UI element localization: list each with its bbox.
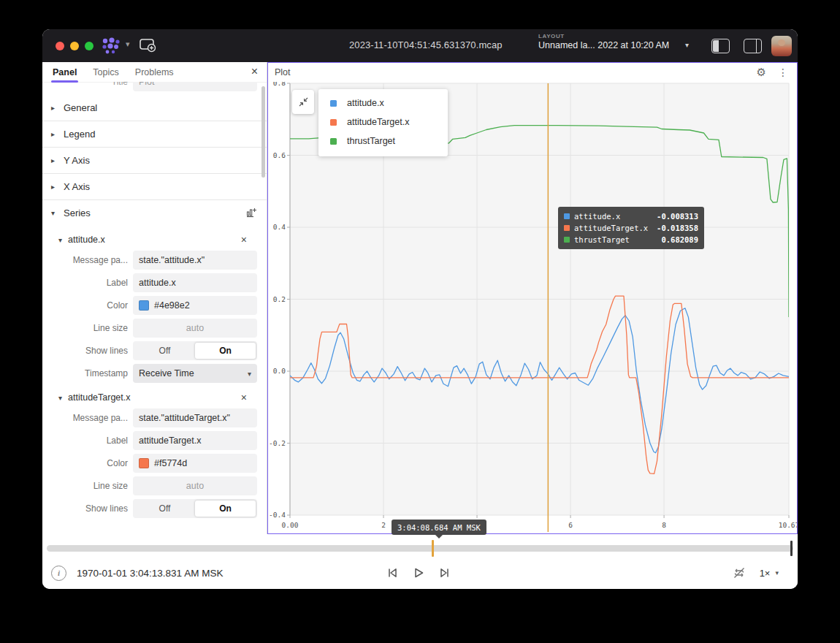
show-lines-toggle: Off On bbox=[133, 341, 257, 360]
label-row: Label attitude.x bbox=[42, 273, 257, 292]
caret-down-icon: ▾ bbox=[58, 394, 62, 402]
caret-down-icon: ▾ bbox=[51, 209, 57, 217]
add-series-icon[interactable] bbox=[245, 207, 257, 221]
screen: ▾ 2023-11-10T04:51:45.631370.mcap LAYOUT… bbox=[0, 0, 840, 643]
playhead-handle[interactable] bbox=[790, 541, 793, 556]
section-general[interactable]: ▸ General bbox=[42, 95, 267, 121]
title-field-input[interactable]: Plot bbox=[133, 82, 257, 91]
add-panel-icon[interactable] bbox=[139, 38, 156, 56]
layout-selector[interactable]: LAYOUT Unnamed la... 2022 at 10:20 AM bbox=[538, 33, 669, 50]
show-lines-row: Show lines Off On bbox=[42, 341, 257, 360]
svg-text:0.4: 0.4 bbox=[273, 223, 286, 231]
tab-topics[interactable]: Topics bbox=[93, 67, 118, 77]
foxglove-logo-icon[interactable] bbox=[101, 37, 123, 58]
sidebar-tabbar: Panel Topics Problems × bbox=[42, 62, 267, 83]
plot-legend: attitude.x attitudeTarget.x thrustTarget bbox=[318, 89, 448, 156]
close-sidebar-icon[interactable]: × bbox=[251, 64, 258, 79]
seek-start-button[interactable] bbox=[386, 566, 399, 579]
legend-item[interactable]: attitudeTarget.x bbox=[318, 113, 448, 132]
sidebar-scrollbar[interactable] bbox=[261, 86, 265, 178]
legend-item[interactable]: thrustTarget bbox=[318, 132, 448, 151]
user-avatar[interactable] bbox=[771, 36, 792, 56]
line-size-row: Line size auto bbox=[42, 319, 257, 338]
svg-text:6: 6 bbox=[568, 521, 573, 529]
svg-text:-0.2: -0.2 bbox=[269, 439, 286, 447]
plot-panel-title: Plot bbox=[275, 67, 757, 77]
show-lines-on[interactable]: On bbox=[195, 343, 256, 359]
right-sidebar-toggle-icon[interactable] bbox=[744, 39, 762, 53]
series-attitude-x-header[interactable]: ▾ attitude.x × bbox=[42, 229, 267, 251]
section-label: X Axis bbox=[64, 181, 90, 192]
color-swatch[interactable] bbox=[139, 300, 149, 311]
tooltip-label: attitudeTarget.x bbox=[574, 224, 657, 232]
speed-caret-icon: ▾ bbox=[775, 569, 779, 577]
section-series[interactable]: ▾ Series bbox=[42, 200, 267, 226]
hover-tooltip: attitude.x -0.008313 attitudeTarget.x -0… bbox=[558, 207, 704, 249]
loop-off-icon[interactable] bbox=[732, 566, 747, 580]
svg-text:-0.4: -0.4 bbox=[269, 511, 286, 519]
svg-text:0.6: 0.6 bbox=[273, 151, 286, 159]
message-path-input[interactable]: state."attitudeTarget.x" bbox=[133, 408, 257, 427]
kebab-menu-icon[interactable]: ⋮ bbox=[778, 66, 788, 78]
playback-speed[interactable]: 1× ▾ bbox=[760, 568, 779, 579]
tooltip-row: attitude.x -0.008313 bbox=[564, 210, 698, 222]
layout-chevron-icon[interactable]: ▾ bbox=[685, 41, 689, 49]
svg-text:8: 8 bbox=[662, 521, 666, 529]
series-name: attitude.x bbox=[68, 235, 105, 245]
show-lines-on[interactable]: On bbox=[195, 501, 256, 517]
gear-icon[interactable]: ⚙ bbox=[757, 66, 766, 79]
field-label: Color bbox=[42, 458, 133, 468]
field-label: Line size bbox=[42, 481, 133, 491]
timestamp-select[interactable]: Receive Time ▾ bbox=[133, 364, 257, 383]
timeline-scrubber[interactable] bbox=[47, 545, 793, 552]
remove-series-icon[interactable]: × bbox=[241, 234, 247, 246]
info-icon[interactable]: i bbox=[51, 566, 66, 581]
data-source-chevron-icon[interactable]: ▾ bbox=[126, 39, 130, 49]
field-label: Line size bbox=[42, 323, 133, 333]
section-x-axis[interactable]: ▸ X Axis bbox=[42, 174, 267, 200]
playback-bar: 3:04:08.684 AM MSK i 1970-01-01 3:04:13.… bbox=[42, 534, 798, 589]
color-input[interactable]: #f5774d bbox=[133, 454, 257, 473]
panel-title-row: Title Plot bbox=[42, 82, 257, 91]
close-window-button[interactable] bbox=[56, 42, 64, 50]
section-y-axis[interactable]: ▸ Y Axis bbox=[42, 148, 267, 174]
label-input[interactable]: attitudeTarget.x bbox=[133, 431, 257, 450]
series-attitude-target-x-header[interactable]: ▾ attitudeTarget.x × bbox=[42, 387, 267, 408]
line-size-input[interactable]: auto bbox=[133, 319, 257, 338]
tab-problems[interactable]: Problems bbox=[135, 67, 174, 77]
zoom-window-button[interactable] bbox=[85, 42, 93, 50]
tooltip-label: attitude.x bbox=[574, 212, 657, 221]
color-swatch[interactable] bbox=[139, 458, 149, 468]
svg-text:2: 2 bbox=[381, 521, 386, 529]
show-lines-off[interactable]: Off bbox=[134, 343, 195, 359]
message-path-input[interactable]: state."attitude.x" bbox=[133, 251, 257, 270]
minimize-window-button[interactable] bbox=[70, 42, 79, 50]
legend-label: thrustTarget bbox=[347, 136, 395, 146]
seek-end-button[interactable] bbox=[438, 566, 451, 579]
tooltip-row: attitudeTarget.x -0.018358 bbox=[564, 222, 698, 234]
app-window: ▾ 2023-11-10T04:51:45.631370.mcap LAYOUT… bbox=[42, 29, 798, 589]
line-size-input[interactable]: auto bbox=[133, 476, 257, 495]
legend-item[interactable]: attitude.x bbox=[318, 94, 448, 113]
layout-name: Unnamed la... 2022 at 10:20 AM bbox=[538, 40, 669, 50]
tooltip-swatch bbox=[564, 237, 570, 243]
color-input[interactable]: #4e98e2 bbox=[133, 296, 257, 315]
scrub-hover-marker[interactable] bbox=[432, 540, 434, 557]
tooltip-value: 0.682089 bbox=[661, 235, 698, 244]
svg-text:0.00: 0.00 bbox=[282, 521, 299, 529]
label-input[interactable]: attitude.x bbox=[133, 273, 257, 292]
field-label: Message pa... bbox=[42, 255, 133, 265]
show-lines-row: Show lines Off On bbox=[42, 499, 257, 518]
settings-sidebar: Panel Topics Problems × Title Plot ▸ Gen… bbox=[42, 62, 267, 534]
svg-text:0.0: 0.0 bbox=[273, 367, 286, 375]
titlebar: ▾ 2023-11-10T04:51:45.631370.mcap LAYOUT… bbox=[42, 29, 798, 62]
remove-series-icon[interactable]: × bbox=[241, 392, 247, 403]
play-button[interactable] bbox=[412, 566, 425, 579]
current-timestamp: 1970-01-01 3:04:13.831 AM MSK bbox=[77, 568, 223, 579]
show-lines-off[interactable]: Off bbox=[134, 501, 195, 517]
section-legend[interactable]: ▸ Legend bbox=[42, 121, 267, 148]
tab-panel[interactable]: Panel bbox=[53, 67, 77, 77]
collapse-legend-button[interactable] bbox=[292, 90, 314, 114]
timestamp-row: Timestamp Receive Time ▾ bbox=[42, 364, 257, 383]
left-sidebar-toggle-icon[interactable] bbox=[711, 39, 730, 53]
